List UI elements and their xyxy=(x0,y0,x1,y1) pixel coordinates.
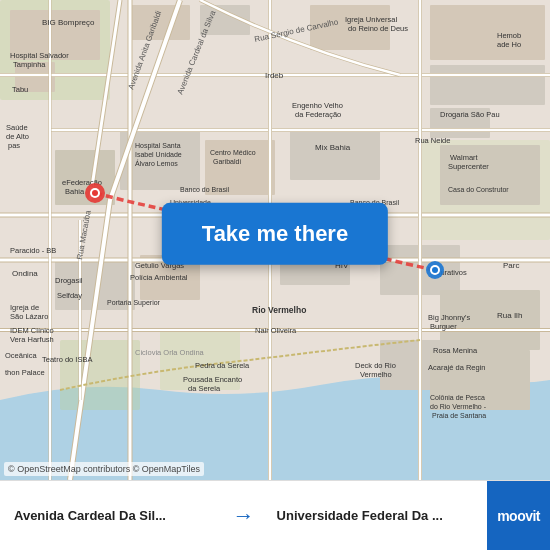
svg-text:Bahia: Bahia xyxy=(65,187,85,196)
svg-text:Irdeb: Irdeb xyxy=(265,71,284,80)
destination-name: Universidade Federal Da ... xyxy=(277,508,474,523)
svg-text:Pousada Encanto: Pousada Encanto xyxy=(183,375,242,384)
svg-text:Rua Neide: Rua Neide xyxy=(415,136,450,145)
svg-text:thon Palace: thon Palace xyxy=(5,368,45,377)
svg-text:Parc: Parc xyxy=(503,261,519,270)
origin-name: Avenida Cardeal Da Sil... xyxy=(14,508,211,523)
svg-text:Vera Harfush: Vera Harfush xyxy=(10,335,54,344)
svg-text:Portaria Superior: Portaria Superior xyxy=(107,299,161,307)
svg-text:do Reino de Deus: do Reino de Deus xyxy=(348,24,408,33)
map-container: Avenida Anita Garibaldi Avenida Cardeal … xyxy=(0,0,550,480)
svg-text:Tabu: Tabu xyxy=(12,85,28,94)
svg-text:Walmart: Walmart xyxy=(450,153,479,162)
app: Avenida Anita Garibaldi Avenida Cardeal … xyxy=(0,0,550,550)
svg-rect-24 xyxy=(430,350,530,410)
svg-rect-11 xyxy=(430,65,545,105)
svg-text:Oceânica: Oceânica xyxy=(5,351,38,360)
svg-text:Banco do Brasil: Banco do Brasil xyxy=(180,186,229,193)
svg-text:Nair Oliveira: Nair Oliveira xyxy=(255,326,297,335)
svg-text:Tampinha: Tampinha xyxy=(13,60,46,69)
svg-text:Hospital Santa: Hospital Santa xyxy=(135,142,181,150)
svg-text:Igreja Universal: Igreja Universal xyxy=(345,15,397,24)
svg-text:Igreja de: Igreja de xyxy=(10,303,39,312)
svg-text:Garibaldi: Garibaldi xyxy=(213,158,241,165)
take-me-there-button[interactable]: Take me there xyxy=(162,203,388,265)
svg-text:Rosa Menina: Rosa Menina xyxy=(433,346,478,355)
svg-text:da Federação: da Federação xyxy=(295,110,341,119)
origin-section: Avenida Cardeal Da Sil... xyxy=(0,500,225,531)
svg-text:ade Ho: ade Ho xyxy=(497,40,521,49)
svg-rect-16 xyxy=(290,130,380,180)
svg-text:BIG Bompreço: BIG Bompreço xyxy=(42,18,95,27)
svg-text:de Alto: de Alto xyxy=(6,132,29,141)
svg-text:pas: pas xyxy=(8,141,20,150)
moovit-logo: moovit xyxy=(487,481,550,550)
svg-text:Pedra da Serela: Pedra da Serela xyxy=(195,361,250,370)
svg-text:Mix Bahia: Mix Bahia xyxy=(315,143,351,152)
svg-text:Hemob: Hemob xyxy=(497,31,521,40)
moovit-logo-text: moovit xyxy=(497,508,540,524)
svg-text:Drogaria São Pau: Drogaria São Pau xyxy=(440,110,500,119)
svg-text:Centro Médico: Centro Médico xyxy=(210,149,256,156)
svg-text:Praia de Santana: Praia de Santana xyxy=(432,412,486,419)
svg-text:Big Jhonny's: Big Jhonny's xyxy=(428,313,471,322)
cta-button-container: Take me there xyxy=(162,203,388,265)
svg-text:Burguer: Burguer xyxy=(430,322,457,331)
svg-text:IDEM Clínico: IDEM Clínico xyxy=(10,326,54,335)
svg-text:Teatro do ISBA: Teatro do ISBA xyxy=(42,355,92,364)
svg-text:Acarajé da Regin: Acarajé da Regin xyxy=(428,363,486,372)
svg-text:Hospital Salvador: Hospital Salvador xyxy=(10,51,69,60)
svg-text:Rio Vermelho: Rio Vermelho xyxy=(252,305,306,315)
svg-text:Vermelho: Vermelho xyxy=(360,370,392,379)
svg-text:Paracido - BB: Paracido - BB xyxy=(10,246,56,255)
svg-text:Álvaro Lemos: Álvaro Lemos xyxy=(135,159,178,167)
svg-text:Rua Ilh: Rua Ilh xyxy=(497,311,522,320)
svg-text:Ciclovia Orla Ondina: Ciclovia Orla Ondina xyxy=(135,348,205,357)
svg-text:Colônia de Pesca: Colônia de Pesca xyxy=(430,394,485,401)
svg-text:Isabel Unidade: Isabel Unidade xyxy=(135,151,182,158)
svg-text:Drogasil: Drogasil xyxy=(55,276,83,285)
svg-text:Engenho Velho: Engenho Velho xyxy=(292,101,343,110)
svg-text:Casa do Construtor: Casa do Construtor xyxy=(448,186,509,193)
svg-text:Selfday: Selfday xyxy=(57,291,82,300)
svg-point-119 xyxy=(432,267,438,273)
svg-point-116 xyxy=(92,190,98,196)
svg-text:Supercenter: Supercenter xyxy=(448,162,489,171)
svg-rect-10 xyxy=(430,5,545,60)
svg-text:São Lázaro: São Lázaro xyxy=(10,312,48,321)
svg-rect-7 xyxy=(130,5,190,40)
destination-section: Universidade Federal Da ... xyxy=(263,500,488,531)
route-arrow: → xyxy=(225,503,263,529)
bottom-bar: Avenida Cardeal Da Sil... → Universidade… xyxy=(0,480,550,550)
svg-text:Polícia Ambiental: Polícia Ambiental xyxy=(130,273,188,282)
svg-text:do Rio Vermelho -: do Rio Vermelho - xyxy=(430,403,487,410)
svg-text:da Serela: da Serela xyxy=(188,384,221,393)
map-attribution: © OpenStreetMap contributors © OpenMapTi… xyxy=(4,462,204,476)
svg-text:Saúde: Saúde xyxy=(6,123,28,132)
svg-text:Ondina: Ondina xyxy=(12,269,38,278)
svg-text:Deck do Rio: Deck do Rio xyxy=(355,361,396,370)
